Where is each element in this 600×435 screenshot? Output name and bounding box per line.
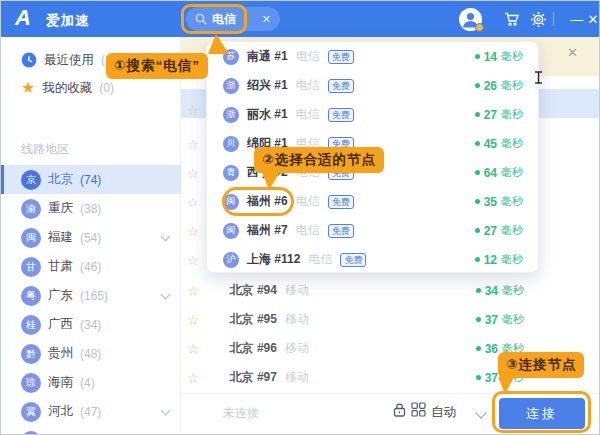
result-row-lishui-1[interactable]: 浙 丽水 #1 电信 免费 27毫秒 bbox=[207, 100, 538, 129]
app-logo-icon: A bbox=[15, 5, 31, 31]
favorite-star-icon[interactable]: ☆ bbox=[187, 341, 200, 357]
sidebar-item-gansu[interactable]: 甘 甘肃 (46) bbox=[1, 252, 181, 281]
node-name: 南通 #1 bbox=[247, 48, 288, 65]
result-row-shaoxing-1[interactable]: 浙 绍兴 #1 电信 免费 26毫秒 bbox=[207, 71, 538, 100]
chevron-down-icon[interactable] bbox=[161, 405, 171, 415]
carrier-label: 电信 bbox=[296, 193, 320, 210]
sidebar-item-hainan[interactable]: 琼 海南 (4) bbox=[1, 368, 181, 397]
node-name: 福州 #7 bbox=[247, 222, 288, 239]
latency-unit: 毫秒 bbox=[501, 49, 523, 64]
province-icon: 沪 bbox=[223, 252, 239, 268]
sidebar-item-chongqing[interactable]: 渝 重庆 (38) bbox=[1, 194, 181, 223]
sidebar-item-guangxi[interactable]: 桂 广西 (34) bbox=[1, 310, 181, 339]
latency-dot bbox=[475, 257, 480, 262]
latency-value: 14 bbox=[484, 50, 497, 64]
favorite-star-icon[interactable]: ☆ bbox=[187, 104, 199, 117]
favorite-star-icon[interactable]: ☆ bbox=[187, 312, 200, 328]
cart-icon[interactable] bbox=[503, 1, 521, 37]
region-name: 广东 bbox=[48, 287, 73, 304]
node-name: 北京 #96 bbox=[230, 340, 277, 357]
free-badge: 免费 bbox=[328, 79, 354, 93]
free-badge: 免费 bbox=[328, 195, 354, 209]
province-icon: 琼 bbox=[21, 373, 41, 393]
annotation-search-outline bbox=[181, 4, 247, 34]
chevron-down-icon[interactable] bbox=[161, 231, 171, 241]
user-avatar[interactable] bbox=[459, 8, 482, 31]
section-label-regions: 线路地区 bbox=[21, 141, 69, 158]
province-icon: 甘 bbox=[21, 257, 41, 277]
region-count: (34) bbox=[80, 318, 101, 332]
settings-gear-icon[interactable] bbox=[529, 1, 547, 37]
province-icon: 桂 bbox=[21, 315, 41, 335]
sidebar-item-hebei[interactable]: 冀 河北 (47) bbox=[1, 397, 181, 426]
chevron-down-icon[interactable] bbox=[161, 289, 171, 299]
latency-unit: 毫秒 bbox=[502, 283, 524, 298]
latency-dot bbox=[475, 199, 480, 204]
latency-value: 27 bbox=[484, 224, 497, 238]
carrier-label: 移动 bbox=[285, 282, 309, 299]
free-badge: 免费 bbox=[328, 50, 354, 64]
carrier-label: 电信 bbox=[296, 77, 320, 94]
region-name: 海南 bbox=[48, 374, 73, 391]
carrier-label: 移动 bbox=[285, 340, 309, 357]
free-badge: 免费 bbox=[328, 224, 354, 238]
province-icon: 青 bbox=[223, 165, 239, 181]
latency-value: 34 bbox=[485, 284, 498, 298]
close-button[interactable]: ✕ bbox=[585, 1, 600, 37]
node-row-beijing-94[interactable]: ☆ 北京 #94 移动 34毫秒 bbox=[181, 276, 600, 305]
favorite-star-icon[interactable]: ☆ bbox=[187, 370, 200, 386]
sidebar-item-fujian[interactable]: 闽 福建 (54) bbox=[1, 223, 181, 252]
region-count: (74) bbox=[80, 173, 101, 187]
mode-grid-icon[interactable] bbox=[411, 402, 426, 421]
latency-dot bbox=[476, 346, 481, 351]
carrier-label: 电信 bbox=[296, 222, 320, 239]
app-window: A 爱加速 电信 ✕ — ✕ 最近使用 (10) ★ 我的收藏 (0 bbox=[0, 0, 600, 435]
favorite-star-icon[interactable]: ☆ bbox=[187, 138, 199, 151]
latency-unit: 毫秒 bbox=[501, 107, 523, 122]
lock-icon[interactable] bbox=[392, 402, 407, 422]
favorite-star-icon[interactable]: ☆ bbox=[187, 196, 199, 209]
favorite-star-icon[interactable]: ☆ bbox=[187, 167, 199, 180]
latency-dot bbox=[476, 288, 481, 293]
result-row-nantong-1[interactable]: 苏 南通 #1 电信 免费 14毫秒 bbox=[207, 42, 538, 71]
latency-dot bbox=[475, 54, 480, 59]
sidebar-item-guangdong[interactable]: 粤 广东 (165) bbox=[1, 281, 181, 310]
latency-unit: 毫秒 bbox=[501, 136, 523, 151]
latency-dot bbox=[475, 112, 480, 117]
minimize-button[interactable]: — bbox=[567, 1, 587, 37]
node-name: 丽水 #1 bbox=[247, 106, 288, 123]
title-bar: A 爱加速 电信 ✕ — ✕ bbox=[1, 1, 600, 37]
region-name: 重庆 bbox=[48, 200, 73, 217]
result-row-shanghai-112[interactable]: 沪 上海 #112 电信 免费 12毫秒 bbox=[207, 245, 538, 274]
carrier-label: 电信 bbox=[308, 251, 332, 268]
node-name: 北京 #97 bbox=[230, 369, 277, 386]
latency-value: 27 bbox=[484, 108, 497, 122]
favorite-star-icon[interactable]: ☆ bbox=[187, 254, 199, 267]
region-count: (38) bbox=[80, 202, 101, 216]
mode-select[interactable]: 自动 bbox=[431, 404, 456, 421]
region-count: (46) bbox=[80, 260, 101, 274]
node-row-beijing-95[interactable]: ☆ 北京 #95 移动 37毫秒 bbox=[181, 305, 600, 334]
clear-search-icon[interactable]: ✕ bbox=[262, 13, 271, 26]
latency-unit: 毫秒 bbox=[501, 194, 523, 209]
result-row-fuzhou-7[interactable]: 闽 福州 #7 电信 免费 27毫秒 bbox=[207, 216, 538, 245]
province-icon: 闽 bbox=[21, 228, 41, 248]
sidebar-item-henan[interactable]: 豫 河南 (57) bbox=[1, 426, 181, 435]
favorite-star-icon[interactable]: ☆ bbox=[187, 283, 200, 299]
annotation-arrow-up bbox=[206, 33, 232, 55]
banner-close-icon[interactable]: ✕ bbox=[567, 45, 578, 60]
latency-dot bbox=[475, 83, 480, 88]
region-name: 广西 bbox=[48, 316, 73, 333]
region-name: 福建 bbox=[48, 229, 73, 246]
favorite-star-icon[interactable]: ☆ bbox=[187, 225, 199, 238]
carrier-label: 移动 bbox=[285, 311, 309, 328]
province-icon: 浙 bbox=[223, 78, 239, 94]
sidebar-item-guizhou[interactable]: 黔 贵州 (48) bbox=[1, 339, 181, 368]
sidebar-item-beijing[interactable]: 京 北京 (74) bbox=[1, 165, 181, 194]
free-badge: 免费 bbox=[340, 253, 366, 267]
province-icon: 川 bbox=[223, 136, 239, 152]
province-icon: 冀 bbox=[21, 402, 41, 422]
vip-badge bbox=[475, 23, 484, 32]
latency-value: 12 bbox=[484, 253, 497, 267]
favorites-count: (0) bbox=[99, 81, 114, 95]
